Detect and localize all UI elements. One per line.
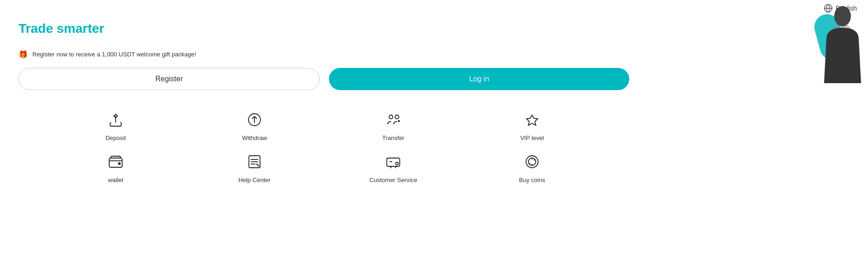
svg-point-8 xyxy=(395,115,399,119)
icons-section: Deposit Withdraw xyxy=(19,109,629,183)
help-center-icon xyxy=(243,151,266,173)
svg-point-7 xyxy=(389,115,393,119)
main-content: Trade smarter 🎁 Register now to receive … xyxy=(0,17,648,193)
vip-label: VIP level xyxy=(520,134,544,141)
register-button[interactable]: Register xyxy=(19,68,320,90)
vip-icon xyxy=(521,109,543,131)
icons-row-2: wallet Help Center xyxy=(46,151,601,183)
language-selector[interactable]: English xyxy=(824,4,857,13)
promo-banner: 🎁 Register now to receive a 1,000 USDT w… xyxy=(19,50,629,59)
withdraw-item[interactable]: Withdraw xyxy=(227,109,282,141)
svg-point-18 xyxy=(396,162,398,165)
svg-point-21 xyxy=(526,156,538,168)
promo-text: Register now to receive a 1,000 USDT wel… xyxy=(32,51,196,58)
vip-item[interactable]: VIP level xyxy=(504,109,560,141)
page-title: Trade smarter xyxy=(19,21,629,36)
icons-row-1: Deposit Withdraw xyxy=(46,109,601,141)
customer-service-icon xyxy=(382,151,404,173)
help-center-item[interactable]: Help Center xyxy=(227,151,282,183)
transfer-item[interactable]: Transfer xyxy=(366,109,421,141)
help-center-label: Help Center xyxy=(238,177,270,183)
wallet-label: wallet xyxy=(108,177,123,183)
buy-coins-icon xyxy=(521,151,543,173)
wallet-icon xyxy=(105,151,127,173)
withdraw-label: Withdraw xyxy=(242,134,267,141)
buy-coins-label: Buy coins xyxy=(519,177,545,183)
language-label: English xyxy=(836,5,857,12)
deposit-item[interactable]: Deposit xyxy=(88,109,143,141)
customer-service-item[interactable]: Customer Service xyxy=(366,151,421,183)
action-buttons: Register Log in xyxy=(19,68,629,90)
buy-coins-item[interactable]: Buy coins xyxy=(504,151,560,183)
login-button[interactable]: Log in xyxy=(329,68,629,90)
top-bar: English xyxy=(0,0,868,17)
customer-service-label: Customer Service xyxy=(369,177,417,183)
person-silhouette xyxy=(817,2,868,83)
gift-icon: 🎁 xyxy=(19,50,28,59)
transfer-icon xyxy=(382,109,404,131)
wallet-item[interactable]: wallet xyxy=(88,151,143,183)
deposit-icon xyxy=(105,109,127,131)
deposit-label: Deposit xyxy=(105,134,126,141)
svg-point-12 xyxy=(118,163,120,165)
transfer-label: Transfer xyxy=(382,134,404,141)
withdraw-icon xyxy=(243,109,266,131)
